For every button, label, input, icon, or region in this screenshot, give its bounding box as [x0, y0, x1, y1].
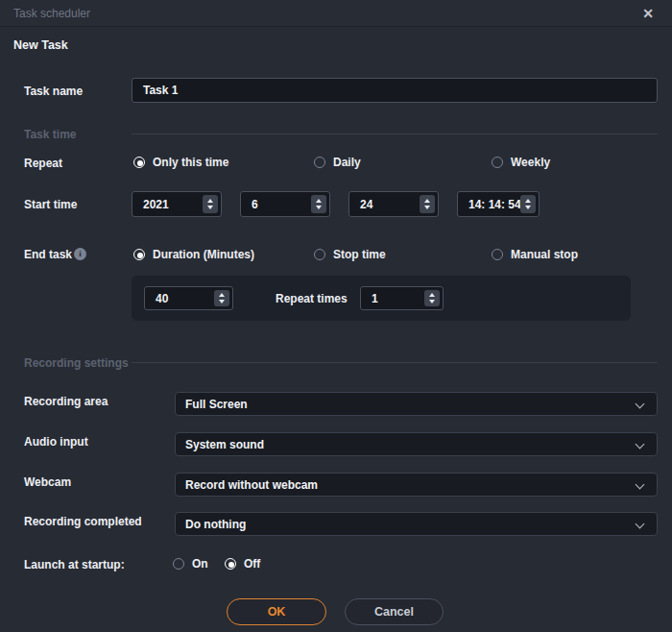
recording-completed-value: Do nothing — [185, 518, 246, 531]
radio-circle-icon — [492, 249, 503, 260]
recording-area-label: Recording area — [24, 395, 108, 408]
radio-circle-icon — [225, 558, 236, 570]
radio-label: Off — [244, 557, 260, 571]
start-year-spinner[interactable]: 2021 — [132, 191, 222, 217]
audio-input-select[interactable]: System sound — [175, 432, 658, 456]
start-clock-spinner[interactable]: 14: 14: 54 — [457, 191, 540, 217]
task-name-input[interactable]: Task 1 — [132, 78, 658, 103]
radio-manual-stop[interactable]: Manual stop — [492, 248, 578, 261]
radio-label: On — [192, 557, 208, 571]
task-name-label: Task name — [24, 85, 83, 98]
start-month-value: 6 — [252, 192, 258, 216]
radio-circle-icon — [173, 558, 184, 570]
cancel-button[interactable]: Cancel — [345, 598, 444, 625]
radio-label: Daily — [333, 156, 361, 169]
spinner-arrows-icon[interactable] — [520, 195, 536, 213]
close-icon[interactable]: ✕ — [639, 5, 657, 22]
new-task-heading: New Task — [13, 38, 68, 52]
repeat-times-spinner[interactable]: 1 — [360, 286, 444, 310]
webcam-value: Record without webcam — [185, 478, 318, 492]
window-title: Task scheduler — [13, 7, 90, 20]
radio-only-this-time[interactable]: Only this time — [133, 156, 228, 169]
repeat-label: Repeat — [24, 157, 62, 170]
launch-at-startup-label: Launch at startup: — [24, 558, 125, 571]
radio-stop-time[interactable]: Stop time — [314, 248, 386, 261]
start-time-label: Start time — [24, 198, 77, 211]
webcam-select[interactable]: Record without webcam — [175, 473, 658, 497]
audio-input-label: Audio input — [24, 435, 88, 449]
spinner-arrows-icon[interactable] — [311, 195, 326, 213]
radio-daily[interactable]: Daily — [314, 156, 361, 169]
recording-area-value: Full Screen — [185, 398, 248, 411]
duration-spinner[interactable]: 40 — [144, 286, 233, 310]
recording-completed-select[interactable]: Do nothing — [175, 512, 658, 536]
start-clock-value: 14: 14: 54 — [468, 192, 521, 216]
radio-circle-icon — [133, 157, 145, 168]
recording-area-select[interactable]: Full Screen — [175, 392, 658, 416]
radio-circle-icon — [133, 249, 145, 260]
recording-settings-section-label: Recording settings — [24, 356, 129, 370]
recording-settings-divider — [132, 362, 658, 363]
radio-label: Weekly — [511, 156, 550, 169]
repeat-times-label: Repeat times — [276, 292, 348, 305]
audio-input-value: System sound — [185, 438, 264, 451]
radio-weekly[interactable]: Weekly — [492, 156, 550, 169]
chevron-down-icon — [636, 400, 645, 409]
task-time-section-label: Task time — [24, 128, 76, 141]
radio-label: Manual stop — [511, 248, 578, 261]
chevron-down-icon — [636, 520, 645, 529]
radio-circle-icon — [314, 157, 325, 168]
spinner-arrows-icon[interactable] — [424, 290, 440, 306]
chevron-down-icon — [636, 480, 645, 490]
task-name-value: Task 1 — [143, 84, 178, 97]
radio-circle-icon — [314, 249, 325, 260]
start-year-value: 2021 — [143, 192, 169, 216]
task-scheduler-dialog: Task scheduler ✕ New Task Task name Task… — [0, 0, 672, 632]
spinner-arrows-icon[interactable] — [203, 195, 218, 213]
webcam-label: Webcam — [24, 475, 71, 489]
radio-duration-minutes[interactable]: Duration (Minutes) — [133, 248, 254, 261]
start-day-value: 24 — [360, 192, 372, 216]
start-day-spinner[interactable]: 24 — [348, 191, 439, 217]
radio-launch-on[interactable]: On — [173, 557, 208, 571]
spinner-arrows-icon[interactable] — [214, 290, 229, 306]
ok-button[interactable]: OK — [227, 598, 326, 625]
radio-launch-off[interactable]: Off — [225, 557, 260, 571]
spinner-arrows-icon[interactable] — [420, 195, 435, 213]
end-task-label: End task — [24, 248, 72, 261]
radio-label: Only this time — [153, 156, 228, 169]
chevron-down-icon — [636, 440, 645, 450]
titlebar: Task scheduler ✕ — [0, 0, 672, 27]
recording-completed-label: Recording completed — [24, 515, 142, 528]
start-month-spinner[interactable]: 6 — [240, 191, 330, 217]
repeat-times-value: 1 — [372, 287, 378, 309]
radio-label: Duration (Minutes) — [153, 248, 254, 261]
radio-label: Stop time — [333, 248, 386, 261]
info-icon[interactable]: i — [74, 248, 86, 260]
radio-circle-icon — [492, 157, 503, 168]
duration-value: 40 — [156, 287, 168, 309]
task-time-divider — [132, 134, 658, 134]
